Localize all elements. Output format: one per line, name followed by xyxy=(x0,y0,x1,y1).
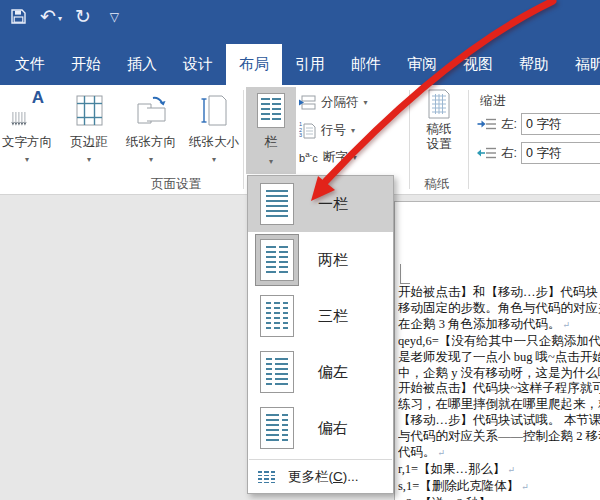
group-label-page-setup: 页面设置 xyxy=(110,176,242,193)
chevron-down-icon: ▾ xyxy=(87,155,91,164)
document-line: 与代码的对应关系——控制企鹅 2 移动要在 xyxy=(398,429,600,445)
document-line: 练习，在哪里摔倒就在哪里爬起来，就一定 xyxy=(398,397,600,413)
document-line: 中，企鹅 y 没有移动呀，这是为什么呢？老 xyxy=(398,366,600,382)
tab-review[interactable]: 审阅 xyxy=(394,44,450,85)
hyphenation-button[interactable]: ba-c 断字 ▾ xyxy=(299,149,357,166)
tab-file[interactable]: 文件 xyxy=(2,44,58,85)
paragraph-mark: ↵ xyxy=(563,320,571,330)
columns-icon xyxy=(257,93,285,128)
menu-item-label: 更多栏(C)... xyxy=(288,468,359,486)
document-line: 代码。↵ xyxy=(398,445,600,462)
paper-size-button[interactable]: 纸张大小 ▾ xyxy=(184,88,244,164)
menu-item-right[interactable]: 偏右 xyxy=(248,400,393,456)
tab-references[interactable]: 引用 xyxy=(282,44,338,85)
menu-item-label: 一栏 xyxy=(318,195,348,214)
margin-corner-mark xyxy=(400,264,410,284)
word-window: ↶ ▾ ↻ ▽ 文件开始插入设计布局引用邮件审阅视图帮助福昕 ↓↓↓↓↓ A 文… xyxy=(0,0,600,500)
tab-insert[interactable]: 插入 xyxy=(114,44,170,85)
margins-icon xyxy=(76,88,103,132)
indent-right-field[interactable]: 0 字符 xyxy=(521,142,600,164)
line-numbers-icon: 1 2 3 xyxy=(299,122,316,139)
chevron-down-icon: ▾ xyxy=(269,157,273,166)
tab-view[interactable]: 视图 xyxy=(450,44,506,85)
orientation-icon xyxy=(135,88,167,132)
columns-button[interactable]: 栏 ▾ xyxy=(246,87,296,174)
paragraph-mark: ↵ xyxy=(521,482,529,492)
menu-item-label: 偏左 xyxy=(318,363,348,382)
chevron-down-icon: ▾ xyxy=(353,153,357,162)
breaks-icon xyxy=(299,95,316,110)
chevron-down-icon: ▾ xyxy=(212,155,216,164)
document-line: s,1=【删除此克隆体】↵ xyxy=(398,479,600,496)
text-direction-icon: ↓↓↓↓↓ A xyxy=(10,91,44,129)
tab-mailings[interactable]: 邮件 xyxy=(338,44,394,85)
line-numbers-button[interactable]: 1 2 3 行号 ▾ xyxy=(299,122,355,139)
paper-size-icon xyxy=(201,88,227,132)
tab-help[interactable]: 帮助 xyxy=(506,44,562,85)
menu-item-left[interactable]: 偏左 xyxy=(248,344,393,400)
orientation-button[interactable]: 纸张方向 ▾ xyxy=(118,88,184,164)
undo-icon: ↶ xyxy=(40,7,56,26)
document-line: qeyd,6=【没有给其中一只企鹅添加代码】 xyxy=(398,334,600,350)
indent-left-label: 左: xyxy=(501,116,517,133)
indent-left-icon xyxy=(477,117,497,131)
document-line: s,2=【说…2 秒】↵ xyxy=(398,496,600,500)
document-text: 开始被点击】和【移动…步】代码块，只留移动固定的步数。角色与代码的对应关系—在企… xyxy=(398,285,600,500)
title-bar: ↶ ▾ ↻ ▽ xyxy=(0,0,600,40)
one-column-icon xyxy=(255,178,299,230)
chevron-down-icon: ▾ xyxy=(25,155,29,164)
three-columns-icon xyxy=(255,290,299,342)
menu-item-label: 偏右 xyxy=(318,419,348,438)
indent-header: 缩进 xyxy=(480,92,506,110)
tab-foxit[interactable]: 福昕 xyxy=(562,44,600,85)
menu-item-more-columns[interactable]: 更多栏(C)... xyxy=(248,463,393,491)
undo-button[interactable]: ↶ ▾ xyxy=(40,7,62,26)
breaks-button[interactable]: 分隔符 ▾ xyxy=(299,94,368,111)
two-columns-icon xyxy=(255,234,299,286)
indent-left-field[interactable]: 0 字符 xyxy=(521,113,600,135)
save-icon[interactable] xyxy=(10,8,27,25)
group-label-genko: 稿纸 xyxy=(408,176,466,193)
document-line: 在企鹅 3 角色添加移动代码。↵ xyxy=(398,317,600,334)
genko-icon xyxy=(427,89,451,119)
customize-quick-access-icon[interactable]: ▽ xyxy=(104,10,119,24)
redo-icon[interactable]: ↻ xyxy=(75,7,91,26)
tab-home[interactable]: 开始 xyxy=(58,44,114,85)
tab-layout[interactable]: 布局 xyxy=(226,44,282,85)
menu-item-one-column[interactable]: 一栏 xyxy=(248,176,393,232)
document-line: r,1=【如果…那么】↵ xyxy=(398,462,600,479)
menu-separator xyxy=(249,459,392,460)
document-line: 开始被点击】代码块~这样子程序就可能出 xyxy=(398,381,600,397)
tab-design[interactable]: 设计 xyxy=(170,44,226,85)
right-icon xyxy=(255,402,299,454)
menu-item-two-columns[interactable]: 两栏 xyxy=(248,232,393,288)
document-line: 移动固定的步数。角色与代码的对应关系— xyxy=(398,301,600,317)
ribbon-tab-bar: 文件开始插入设计布局引用邮件审阅视图帮助福昕 xyxy=(0,40,600,85)
document-line: 开始被点击】和【移动…步】代码块，只留 xyxy=(398,285,600,301)
menu-item-label: 三栏 xyxy=(318,307,348,326)
indent-right-label: 右: xyxy=(501,145,517,162)
margins-button[interactable]: 页边距 ▾ xyxy=(60,88,118,164)
document-line: 是老师发现了一点小 bug 哦~点击开始按钮 xyxy=(398,350,600,366)
menu-item-three-columns[interactable]: 三栏 xyxy=(248,288,393,344)
left-icon xyxy=(255,346,299,398)
undo-dropdown-icon[interactable]: ▾ xyxy=(58,14,62,26)
menu-item-label: 两栏 xyxy=(318,251,348,270)
paragraph-mark: ↵ xyxy=(508,465,516,475)
columns-dropdown-menu: 一栏两栏三栏偏左偏右更多栏(C)... xyxy=(247,175,394,494)
genko-settings-button[interactable]: 稿纸 设置 xyxy=(412,89,466,152)
document-line: 【移动…步】代码块试试哦。 本节课的主 xyxy=(398,413,600,429)
hyphenation-icon: ba-c xyxy=(299,151,318,164)
text-direction-button[interactable]: ↓↓↓↓↓ A 文字方向 ▾ xyxy=(0,88,60,164)
paragraph-mark: ↵ xyxy=(438,448,446,458)
chevron-down-icon: ▾ xyxy=(149,155,153,164)
chevron-down-icon: ▾ xyxy=(351,126,355,135)
indent-right-icon xyxy=(477,146,497,160)
document-page[interactable]: 开始被点击】和【移动…步】代码块，只留移动固定的步数。角色与代码的对应关系—在企… xyxy=(394,201,600,500)
chevron-down-icon: ▾ xyxy=(364,98,368,107)
more-columns-icon xyxy=(258,471,275,483)
quick-access-toolbar: ↶ ▾ ↻ ▽ xyxy=(10,7,119,26)
